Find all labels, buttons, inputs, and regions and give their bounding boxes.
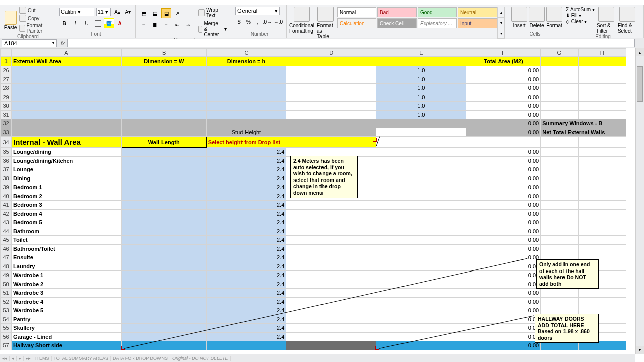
name-box[interactable]: A184▾: [2, 39, 57, 47]
find-icon: [619, 7, 635, 22]
align-left-button[interactable]: ≡: [139, 20, 149, 30]
comma-button[interactable]: ,: [253, 17, 261, 27]
underline-button[interactable]: U: [82, 18, 92, 28]
sort-filter-button[interactable]: Sort & Filter: [597, 7, 616, 34]
wrap-text-button[interactable]: Wrap Text: [196, 7, 229, 19]
formula-input[interactable]: [67, 39, 635, 47]
vertical-scrollbar[interactable]: ▴ ▾: [635, 48, 644, 354]
col-header[interactable]: G: [541, 49, 578, 57]
copy-icon: [19, 15, 26, 22]
scroll-down-button[interactable]: ▾: [636, 346, 644, 354]
autosum-button[interactable]: Σ AutoSum ▾: [566, 7, 595, 12]
gallery-scroll[interactable]: ▴▾▾: [498, 7, 505, 39]
format-as-table-button[interactable]: Format as Table: [317, 7, 334, 39]
orientation-button[interactable]: ↗: [172, 8, 182, 18]
style-swatch[interactable]: Normal: [337, 7, 376, 17]
col-header[interactable]: B: [121, 49, 206, 57]
border-button[interactable]: [93, 18, 103, 28]
merge-center-button[interactable]: Merge & Center ▾: [196, 20, 229, 38]
style-swatch[interactable]: Input: [458, 18, 497, 28]
delete-cells-button[interactable]: Delete: [529, 7, 545, 28]
font-name-select[interactable]: Calibri ▾: [59, 8, 94, 16]
formula-bar: A184▾ fx: [0, 38, 644, 48]
align-bottom-button[interactable]: ⬓: [161, 8, 171, 18]
style-swatch[interactable]: Explanatory ...: [418, 18, 457, 28]
style-swatch[interactable]: Calculation: [337, 18, 376, 28]
indent-inc-button[interactable]: ⇥: [183, 20, 193, 30]
comment-hallway-doors: HALLWAY DOORS ADD TOTAL HERE Based on 1.…: [535, 314, 599, 343]
scroll-thumb[interactable]: [637, 66, 643, 102]
align-right-button[interactable]: ≡: [161, 20, 171, 30]
delete-icon: [529, 7, 545, 22]
col-header[interactable]: F: [466, 49, 541, 57]
format-icon: [546, 7, 562, 22]
comment-hall-walls: Only add in one end of each of the hall …: [536, 259, 599, 289]
fill-button[interactable]: ⬇ Fill ▾: [566, 13, 595, 18]
comment-stud-height: 2.4 Meters has been auto selected, if yo…: [290, 156, 358, 198]
style-swatch[interactable]: Neutral: [458, 7, 497, 17]
cut-icon: [19, 7, 26, 14]
style-swatch[interactable]: Check Cell: [377, 18, 417, 28]
col-header[interactable]: A: [12, 49, 122, 57]
copy-button[interactable]: Copy: [19, 15, 53, 22]
paste-button[interactable]: Paste: [3, 7, 18, 34]
cut-button[interactable]: Cut: [19, 7, 53, 14]
align-top-button[interactable]: ⬒: [139, 8, 149, 18]
number-format-select[interactable]: General▾: [235, 7, 280, 15]
font-color-button[interactable]: A: [115, 18, 125, 28]
fill-color-button[interactable]: 🪣: [104, 18, 114, 28]
ribbon: Paste Cut Copy Format Painter Clipboard …: [0, 5, 644, 38]
align-middle-button[interactable]: ⬓: [150, 8, 160, 18]
find-select-button[interactable]: Find & Select: [618, 7, 637, 34]
dec-decimal-button[interactable]: ←.0: [273, 17, 283, 27]
fx-icon[interactable]: fx: [58, 40, 67, 46]
sheet-tabs[interactable]: ◂◂◂▸▸▸ ITEMSTOTAL SUMMARY AREASDATA FOR …: [0, 354, 635, 362]
style-swatch[interactable]: Good: [418, 7, 457, 17]
insert-cells-button[interactable]: Insert: [511, 7, 527, 28]
conditional-formatting-button[interactable]: Conditional Formatting: [290, 7, 314, 39]
font-size-select[interactable]: 11 ▾: [96, 8, 111, 16]
align-center-button[interactable]: ≣: [150, 20, 160, 30]
ribbon-tabs: [0, 0, 644, 5]
col-header[interactable]: E: [376, 49, 466, 57]
header-row-1: 1 External Wall Area Dimension = W Dimen…: [1, 57, 626, 66]
format-painter-button[interactable]: Format Painter: [19, 23, 53, 34]
brush-icon: [19, 25, 25, 32]
format-cells-button[interactable]: Format: [546, 7, 562, 28]
merge-icon: [198, 26, 202, 33]
inc-decimal-button[interactable]: .0→: [262, 17, 272, 27]
worksheet-grid[interactable]: ABCDEFGH 1 External Wall Area Dimension …: [0, 48, 626, 350]
shrink-font-button[interactable]: A▾: [124, 7, 132, 17]
bold-button[interactable]: B: [59, 18, 69, 28]
col-header[interactable]: C: [206, 49, 286, 57]
col-header[interactable]: D: [286, 49, 376, 57]
col-header[interactable]: H: [578, 49, 626, 57]
italic-button[interactable]: I: [70, 18, 80, 28]
indent-dec-button[interactable]: ⇤: [172, 20, 182, 30]
clear-button[interactable]: ◇ Clear ▾: [566, 19, 595, 24]
sort-icon: [598, 7, 614, 22]
insert-icon: [511, 7, 527, 22]
cond-fmt-icon: [294, 7, 310, 22]
style-swatch[interactable]: Bad: [377, 7, 417, 17]
cell-styles-gallery[interactable]: NormalBadGoodNeutralCalculationCheck Cel…: [337, 7, 498, 39]
grow-font-button[interactable]: A▴: [113, 7, 121, 17]
percent-button[interactable]: %: [245, 17, 253, 27]
currency-button[interactable]: $: [235, 17, 244, 27]
table-icon: [317, 7, 334, 22]
wrap-icon: [198, 9, 205, 16]
col-header[interactable]: [1, 49, 12, 57]
scroll-up-button[interactable]: ▴: [636, 48, 644, 56]
